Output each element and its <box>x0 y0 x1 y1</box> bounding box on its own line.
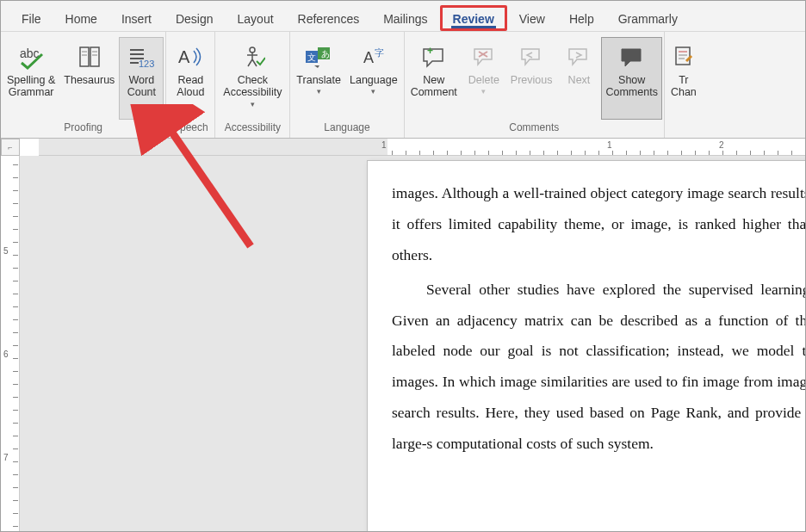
svg-text:字: 字 <box>375 47 384 58</box>
ribbon: abc Spelling & Grammar Thesaurus 123 Wor… <box>1 32 805 139</box>
new-comment-label: New Comment <box>411 74 457 99</box>
svg-text:A: A <box>178 47 190 66</box>
svg-text:文: 文 <box>307 53 316 62</box>
tab-view[interactable]: View <box>507 5 557 31</box>
language-icon: A字 <box>361 41 387 72</box>
new-comment-icon: + <box>420 41 448 72</box>
tab-home[interactable]: Home <box>53 5 109 31</box>
group-language: 文あ Translate ▾ A字 Language ▾ Language <box>290 32 404 138</box>
track-changes-button[interactable]: Tr Chan <box>666 37 701 132</box>
vertical-ruler[interactable]: 5 6 7 <box>1 156 20 531</box>
read-aloud-label: Read Aloud <box>177 74 204 99</box>
delete-comment-button[interactable]: Delete ▾ <box>462 37 506 120</box>
spelling-grammar-button[interactable]: abc Spelling & Grammar <box>3 37 59 120</box>
svg-text:+: + <box>427 45 433 57</box>
thesaurus-icon <box>77 41 102 72</box>
language-button[interactable]: A字 Language ▾ <box>345 37 402 120</box>
document-page[interactable]: images. Although a well-trained object c… <box>367 160 806 532</box>
svg-rect-1 <box>80 47 89 66</box>
next-comment-icon <box>566 41 592 72</box>
show-comments-label: Show Comments <box>605 74 657 99</box>
group-language-label: Language <box>292 120 401 136</box>
thesaurus-button[interactable]: Thesaurus <box>59 37 119 120</box>
ruler-number: 6 <box>3 350 9 359</box>
track-changes-icon <box>673 41 695 72</box>
chevron-down-icon: ▾ <box>481 87 486 96</box>
group-changes: Tr Chan <box>665 32 703 138</box>
read-aloud-icon: A <box>177 41 204 72</box>
word-count-label: Word Count <box>127 74 156 99</box>
ruler-number: 1 <box>381 140 387 150</box>
translate-icon: 文あ <box>304 41 333 72</box>
tab-references[interactable]: References <box>286 5 372 31</box>
chevron-down-icon: ▾ <box>371 87 375 96</box>
svg-rect-2 <box>90 47 99 66</box>
tab-file[interactable]: File <box>9 5 53 31</box>
chevron-down-icon: ▾ <box>317 87 321 96</box>
svg-point-13 <box>250 47 255 53</box>
thesaurus-label: Thesaurus <box>64 74 115 86</box>
spelling-label: Spelling & Grammar <box>7 74 55 99</box>
track-changes-label: Tr Chan <box>671 74 697 99</box>
read-aloud-button[interactable]: A Read Aloud <box>168 37 213 120</box>
tab-design[interactable]: Design <box>164 5 226 31</box>
accessibility-icon <box>239 41 265 72</box>
ruler-corner: ⌐ <box>1 139 20 156</box>
horizontal-ruler[interactable]: 1 1 2 3 <box>39 139 805 156</box>
ruler-number: 7 <box>3 453 9 462</box>
group-speech: A Read Aloud Speech <box>166 32 215 138</box>
translate-label: Translate <box>296 74 341 86</box>
group-comments: + New Comment Delete ▾ Previous <box>405 32 665 138</box>
check-accessibility-button[interactable]: Check Accessibility ▾ <box>217 37 288 120</box>
word-count-icon: 123 <box>127 41 156 72</box>
show-comments-icon <box>618 41 646 72</box>
next-comment-label: Next <box>568 74 591 86</box>
tab-help[interactable]: Help <box>557 5 606 31</box>
group-accessibility-label: Accessibility <box>217 120 288 136</box>
tab-strip: File Home Insert Design Layout Reference… <box>1 1 805 32</box>
language-label: Language <box>350 74 398 86</box>
group-proofing: abc Spelling & Grammar Thesaurus 123 Wor… <box>1 32 166 138</box>
tab-mailings[interactable]: Mailings <box>371 5 439 31</box>
group-accessibility: Check Accessibility ▾ Accessibility <box>215 32 290 138</box>
tab-layout[interactable]: Layout <box>226 5 286 31</box>
tab-grammarly[interactable]: Grammarly <box>606 5 690 31</box>
previous-comment-label: Previous <box>511 74 553 86</box>
tab-review[interactable]: Review <box>440 5 507 31</box>
tab-insert[interactable]: Insert <box>109 5 164 31</box>
previous-comment-button[interactable]: Previous <box>506 37 557 120</box>
ruler-number: 2 <box>719 140 724 150</box>
group-changes-label <box>666 132 701 136</box>
group-speech-label: Speech <box>168 120 213 136</box>
ruler-number: 5 <box>3 246 9 256</box>
svg-text:A: A <box>363 49 374 66</box>
chevron-down-icon: ▾ <box>251 100 255 108</box>
next-comment-button[interactable]: Next <box>556 37 601 120</box>
svg-rect-23 <box>676 47 690 65</box>
group-proofing-label: Proofing <box>3 120 164 136</box>
group-comments-label: Comments <box>406 120 662 136</box>
delete-comment-label: Delete <box>468 74 499 86</box>
show-comments-button[interactable]: Show Comments <box>601 37 661 120</box>
translate-button[interactable]: 文あ Translate ▾ <box>292 37 345 120</box>
delete-comment-icon <box>471 41 497 72</box>
previous-comment-icon <box>518 41 544 72</box>
word-count-button[interactable]: 123 Word Count <box>119 37 164 120</box>
paragraph[interactable]: images. Although a well-trained object c… <box>392 178 806 271</box>
check-accessibility-label: Check Accessibility <box>223 74 282 99</box>
paragraph[interactable]: Several other studies have explored the … <box>392 275 806 460</box>
svg-text:あ: あ <box>321 49 330 59</box>
ruler-number: 1 <box>607 140 612 150</box>
svg-text:123: 123 <box>139 59 154 69</box>
new-comment-button[interactable]: + New Comment <box>406 37 462 120</box>
spelling-icon: abc <box>16 41 46 72</box>
